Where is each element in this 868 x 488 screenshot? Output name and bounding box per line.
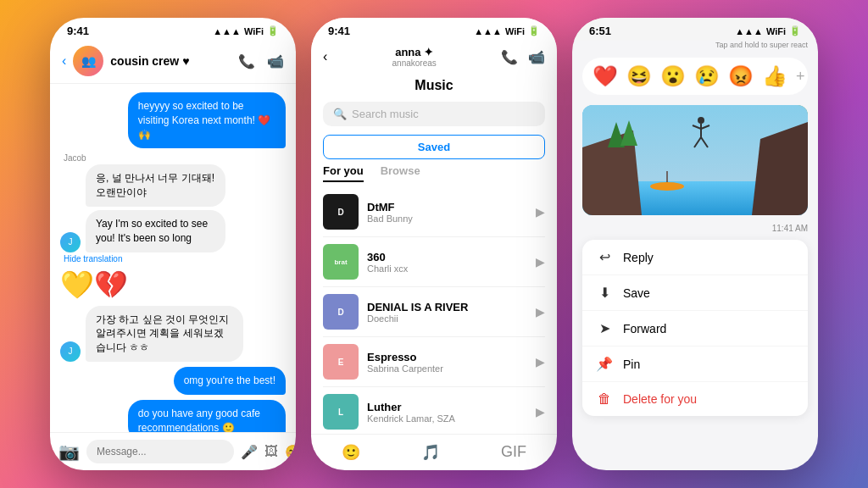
status-time-3: 6:51: [589, 25, 611, 37]
music-toolbar: 🙂 🎵 GIF: [311, 434, 557, 470]
forward-icon: ➤: [596, 320, 613, 336]
artist-1: Charli xcx: [367, 263, 527, 274]
music-list: D DtMF Bad Bunny ▶ brat 360 Charli xcx ▶…: [311, 187, 557, 434]
message-out-2: omg you're the best!: [60, 367, 286, 395]
bubble-english-1: Yay I'm so excited to see you! It's been…: [86, 210, 225, 252]
bubble-korean-2: 가장 하고 싶은 것이 무엇인지 알려주시면 계획을 세워보겠습니다 ㅎㅎ: [86, 306, 243, 362]
battery-icon-2: 🔋: [528, 25, 540, 36]
call-button[interactable]: 📞: [238, 53, 255, 69]
chat-area: heyyyy so excited to be visiting Korea n…: [50, 84, 296, 432]
camera-button[interactable]: 📷: [58, 441, 80, 462]
anna-handle: annakoreas: [334, 58, 494, 68]
message-timestamp: 11:41 AM: [582, 224, 808, 233]
message-input[interactable]: [86, 440, 234, 463]
music-tabs: For you Browse: [311, 164, 557, 182]
jacob-avatar: J: [60, 232, 81, 252]
header-actions: 📞 📹: [238, 53, 284, 69]
anna-call-icon[interactable]: 📞: [501, 49, 518, 65]
play-3[interactable]: ▶: [536, 355, 545, 369]
tap-hint: Tap and hold to super react: [582, 41, 808, 49]
status-bar-2: 9:41 ▲▲▲ WiFi 🔋: [311, 18, 557, 41]
pin-label: Pin: [623, 358, 640, 371]
hide-translation-link[interactable]: Hide translation: [60, 254, 122, 263]
svg-point-12: [650, 182, 684, 191]
react-like[interactable]: 👍: [762, 64, 787, 88]
emoji-icon[interactable]: 😊: [285, 444, 296, 460]
music-item-3: E Espresso Sabrina Carpenter ▶: [323, 337, 545, 387]
sender-jacob: Jacob: [60, 153, 86, 163]
menu-delete[interactable]: 🗑 Delete for you: [582, 382, 808, 416]
search-placeholder: Search music: [352, 108, 419, 120]
status-time-2: 9:41: [328, 25, 350, 37]
thumb-3: E: [323, 344, 359, 380]
reply-icon: ↩: [596, 249, 613, 265]
react-heart[interactable]: ❤️: [593, 64, 618, 88]
bubble-out-3: do you have any good cafe recommendation…: [128, 400, 286, 432]
music-title: Music: [311, 78, 557, 93]
artist-0: Bad Bunny: [367, 214, 527, 224]
music-item-2: D DENIAL IS A RIVER Doechii ▶: [323, 287, 545, 337]
menu-reply[interactable]: ↩ Reply: [582, 240, 808, 275]
chat-input-bar: 📷 🎤 🖼 😊 ⊕: [50, 432, 296, 470]
wifi-icon: WiFi: [244, 26, 264, 36]
info-2: DENIAL IS A RIVER Doechii: [367, 301, 527, 324]
signal-icon: ▲▲▲: [213, 26, 241, 36]
menu-forward[interactable]: ➤ Forward: [582, 311, 808, 347]
search-bar[interactable]: 🔍 Search music: [323, 102, 545, 126]
toolbar-smiley[interactable]: 🙂: [342, 443, 360, 462]
play-1[interactable]: ▶: [536, 255, 545, 269]
input-icons: 🎤 🖼 😊 ⊕: [241, 444, 296, 460]
react-wow[interactable]: 😮: [660, 64, 686, 88]
mic-icon[interactable]: 🎤: [241, 444, 258, 460]
back-button[interactable]: ‹: [62, 53, 66, 69]
status-time-1: 9:41: [67, 25, 89, 37]
saved-button[interactable]: Saved: [323, 135, 545, 159]
cliff-image: [582, 105, 808, 215]
video-button[interactable]: 📹: [267, 53, 284, 69]
play-2[interactable]: ▶: [536, 305, 545, 319]
song-1: 360: [367, 251, 527, 263]
status-bar-1: 9:41 ▲▲▲ WiFi 🔋: [50, 18, 296, 41]
anna-back-button[interactable]: ‹: [323, 49, 327, 64]
anna-video-icon[interactable]: 📹: [528, 49, 545, 65]
image-icon[interactable]: 🖼: [264, 444, 278, 460]
message-out-3: do you have any good cafe recommendation…: [60, 400, 286, 432]
menu-save[interactable]: ⬇ Save: [582, 275, 808, 311]
react-sad[interactable]: 😢: [694, 64, 720, 88]
info-3: Espresso Sabrina Carpenter: [367, 351, 527, 374]
play-4[interactable]: ▶: [536, 405, 545, 419]
thumb-4: L: [323, 394, 359, 430]
chat-header: ‹ 👥 cousin crew ♥ 📞 📹: [50, 41, 296, 84]
status-icons-3: ▲▲▲ WiFi 🔋: [735, 25, 801, 36]
toolbar-gif[interactable]: GIF: [501, 443, 526, 462]
search-icon: 🔍: [333, 108, 347, 120]
save-icon: ⬇: [596, 285, 613, 301]
wifi-icon-3: WiFi: [766, 26, 786, 36]
anna-name: anna ✦: [334, 46, 494, 58]
forward-label: Forward: [623, 322, 666, 336]
play-0[interactable]: ▶: [536, 205, 545, 219]
phone-messenger: 9:41 ▲▲▲ WiFi 🔋 ‹ 👥 cousin crew ♥ 📞 📹 he…: [50, 18, 296, 470]
menu-pin[interactable]: 📌 Pin: [582, 347, 808, 382]
artist-3: Sabrina Carpenter: [367, 363, 527, 374]
music-item-1: brat 360 Charli xcx ▶: [323, 237, 545, 287]
group-name: cousin crew ♥: [110, 54, 231, 68]
song-2: DENIAL IS A RIVER: [367, 301, 527, 313]
reaction-plus-button[interactable]: +: [796, 68, 805, 86]
react-angry[interactable]: 😡: [728, 64, 754, 88]
anna-actions: 📞 📹: [501, 49, 545, 65]
signal-icon-3: ▲▲▲: [735, 26, 763, 36]
song-3: Espresso: [367, 351, 527, 363]
wifi-icon-2: WiFi: [505, 26, 525, 36]
message-out-1: heyyyy so excited to be visiting Korea n…: [60, 92, 286, 148]
status-icons-1: ▲▲▲ WiFi 🔋: [213, 25, 279, 36]
sender-row-1: J 응, 널 만나서 너무 기대돼! 오랜만이야 Yay I'm so exci…: [60, 164, 286, 252]
group-avatar: 👥: [73, 46, 103, 76]
toolbar-music[interactable]: 🎵: [421, 443, 440, 462]
reaction-picker: ❤️ 😆 😮 😢 😡 👍 +: [582, 58, 808, 95]
tab-browse[interactable]: Browse: [381, 164, 420, 182]
tab-for-you[interactable]: For you: [323, 164, 364, 182]
anna-header: ‹ anna ✦ annakoreas 📞 📹: [311, 41, 557, 75]
react-laugh[interactable]: 😆: [626, 64, 652, 88]
info-0: DtMF Bad Bunny: [367, 201, 527, 224]
